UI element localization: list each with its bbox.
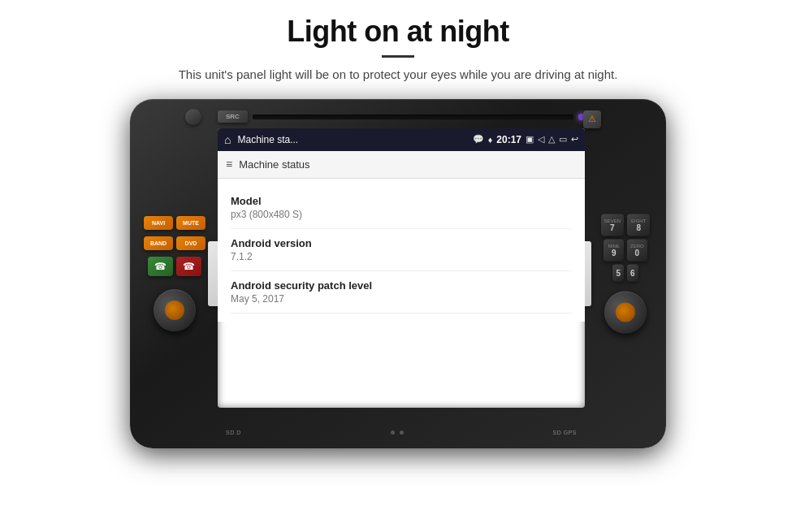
security-patch-label: Android security patch level: [231, 279, 572, 292]
number-grid-bottom: 5 6: [612, 264, 638, 281]
five-button[interactable]: 5: [612, 264, 624, 281]
toolbar-title: Machine status: [239, 158, 309, 171]
dot-1: [391, 430, 395, 435]
android-statusbar: ⌂ Machine sta... 💬 ♦ 20:17 ▣ ◁ △ ▭ ↩: [218, 128, 585, 151]
location-icon: ♦: [488, 135, 493, 145]
device-wrapper: SRC ⚠ NAVI MUTE BAND DVD: [0, 99, 796, 448]
page-title: Light on at night: [32, 15, 764, 49]
title-divider: [382, 55, 414, 58]
screen-area: ⌂ Machine sta... 💬 ♦ 20:17 ▣ ◁ △ ▭ ↩: [218, 128, 585, 408]
six-button[interactable]: 6: [627, 264, 638, 281]
nine-button[interactable]: NINE 9: [603, 239, 624, 261]
android-version-section: Android version 7.1.2: [231, 229, 572, 271]
zero-button[interactable]: ZERO 0: [627, 239, 647, 261]
bottom-right-label: SD GPS: [553, 430, 577, 435]
left-knob[interactable]: [154, 289, 196, 331]
left-knob-inner: [165, 301, 184, 320]
page-header: Light on at night This unit's panel ligh…: [0, 0, 796, 91]
navi-button[interactable]: NAVI: [144, 216, 173, 230]
car-radio-device: SRC ⚠ NAVI MUTE BAND DVD: [130, 99, 666, 448]
menu-icon[interactable]: ≡: [226, 158, 232, 171]
top-left-button[interactable]: [185, 109, 201, 125]
dot-2: [400, 430, 404, 435]
right-button-panel: SEVEN 7 EIGHT 8 NINE 9 ZERO 0: [590, 214, 661, 333]
statusbar-time: 20:17: [496, 134, 521, 145]
model-section: Model px3 (800x480 S): [231, 187, 572, 229]
bottom-dots: [391, 430, 404, 435]
back-icon[interactable]: ↩: [571, 134, 578, 145]
model-label: Model: [231, 195, 572, 207]
rewind-icon: ◁: [538, 134, 544, 145]
seven-button[interactable]: SEVEN 7: [601, 214, 624, 236]
eject-icon: △: [548, 134, 555, 145]
device-bezel: SRC ⚠ NAVI MUTE BAND DVD: [130, 99, 666, 448]
bottom-labels: SD D SD GPS: [218, 430, 585, 435]
number-grid-top: SEVEN 7 EIGHT 8: [601, 214, 651, 236]
security-patch-value: May 5, 2017: [231, 293, 572, 305]
model-value: px3 (800x480 S): [231, 209, 572, 220]
device-top-bar: SRC: [218, 107, 585, 127]
warning-icon: ⚠: [588, 114, 596, 124]
app-toolbar: ≡ Machine status: [218, 151, 585, 179]
home-icon[interactable]: ⌂: [224, 133, 231, 146]
app-content: Model px3 (800x480 S) Android version 7.…: [218, 179, 585, 322]
call-reject-button[interactable]: ☎: [176, 257, 201, 276]
statusbar-app-name: Machine sta...: [237, 134, 469, 145]
dvd-button[interactable]: DVD: [176, 236, 205, 250]
android-version-value: 7.1.2: [231, 251, 572, 262]
right-knob[interactable]: [604, 291, 647, 333]
call-accept-button[interactable]: ☎: [148, 257, 173, 276]
mute-button[interactable]: MUTE: [176, 216, 205, 230]
band-button[interactable]: BAND: [144, 236, 173, 250]
src-button[interactable]: SRC: [218, 110, 248, 123]
screen-icon: ▭: [559, 134, 567, 145]
android-version-label: Android version: [231, 237, 572, 249]
warning-button[interactable]: ⚠: [583, 110, 601, 128]
right-knob-inner: [616, 302, 635, 322]
security-patch-section: Android security patch level May 5, 2017: [231, 271, 572, 314]
cd-slot: [253, 115, 573, 119]
left-button-panel: NAVI MUTE BAND DVD ☎ ☎: [138, 216, 211, 331]
bottom-button-row: BAND DVD: [144, 236, 205, 250]
statusbar-icons: 💬 ♦ 20:17 ▣ ◁ △ ▭ ↩: [473, 134, 578, 145]
camera-icon: ▣: [526, 134, 534, 145]
message-icon: 💬: [473, 134, 484, 145]
page-subtitle: This unit's panel light will be on to pr…: [32, 66, 764, 84]
eight-button[interactable]: EIGHT 8: [627, 214, 650, 236]
number-grid-middle: NINE 9 ZERO 0: [603, 239, 647, 261]
top-button-row: NAVI MUTE: [144, 216, 205, 230]
call-button-row: ☎ ☎: [148, 257, 201, 276]
bottom-left-label: SD D: [226, 430, 241, 435]
